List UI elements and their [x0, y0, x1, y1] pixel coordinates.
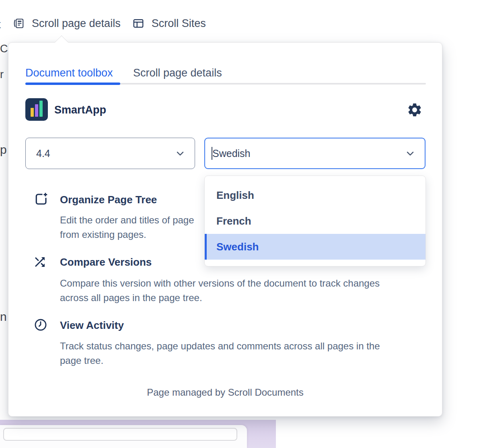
shuffle-icon	[32, 255, 48, 269]
language-option-english[interactable]: English	[205, 182, 426, 208]
language-combobox-value: Swedish	[212, 148, 251, 159]
language-option-swedish[interactable]: Swedish	[205, 234, 426, 260]
smartapp-logo	[25, 98, 48, 121]
feature-title: Compare Versions	[60, 256, 152, 268]
feature-description: Track status changes, page updates and c…	[60, 339, 380, 368]
toolbar-edge-fragment: t	[0, 19, 3, 31]
tab-scroll-page-details[interactable]: Scroll page details	[133, 67, 222, 79]
bottom-comment-input[interactable]	[3, 428, 237, 441]
language-combobox[interactable]: Swedish	[204, 138, 426, 169]
bg-fragment: Co	[0, 43, 8, 55]
feature-title: Organize Page Tree	[60, 194, 157, 206]
clock-icon	[34, 318, 47, 332]
language-option-french[interactable]: French	[205, 208, 426, 234]
page-details-icon	[13, 17, 25, 30]
toolbar-item-scroll-page-details[interactable]: Scroll page details	[13, 17, 121, 30]
bg-fragment: n	[0, 310, 6, 324]
settings-button[interactable]	[407, 102, 423, 118]
page-add-icon	[33, 192, 49, 207]
feature-title: View Activity	[60, 319, 124, 332]
popup-caret	[55, 35, 68, 49]
toolbar-item-label: Scroll Sites	[152, 17, 206, 30]
chevron-down-icon	[405, 148, 416, 159]
toolbar-item-label: Scroll page details	[32, 17, 121, 30]
gear-icon	[407, 102, 423, 118]
tab-document-toolbox[interactable]: Document toolbox	[25, 67, 113, 79]
tab-active-indicator	[25, 83, 120, 85]
popup-footer-text: Page managed by Scroll Documents	[8, 387, 442, 398]
document-toolbox-popup: Document toolbox Scroll page details Sma…	[8, 42, 442, 417]
bg-fragment: p	[0, 143, 7, 157]
feature-description: Compare this version with other versions…	[60, 276, 380, 305]
version-select[interactable]: 4.4	[25, 138, 195, 169]
toolbar: Scroll page details Scroll Sites	[13, 17, 206, 30]
toolbar-item-scroll-sites[interactable]: Scroll Sites	[132, 17, 206, 30]
bg-fragment: r ·	[0, 68, 6, 81]
background-bottom-card	[0, 425, 247, 448]
feature-description: Edit the order and titles of page from e…	[60, 213, 194, 242]
layout-icon	[132, 17, 145, 29]
version-select-value: 4.4	[36, 148, 50, 159]
chevron-down-icon	[175, 148, 186, 159]
language-menu: English French Swedish	[204, 175, 426, 266]
app-name: SmartApp	[54, 104, 106, 116]
